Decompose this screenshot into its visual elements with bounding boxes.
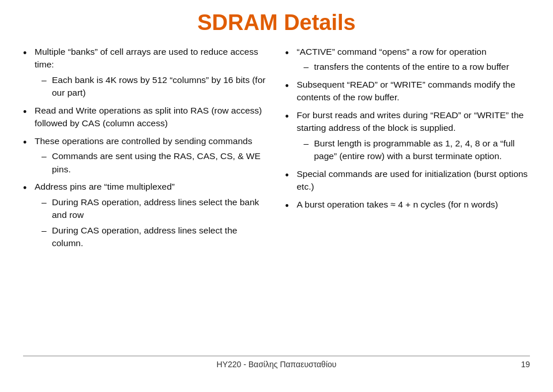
list-item: Special commands are used for initializa… — [285, 168, 531, 194]
sub-list: During RAS operation, address lines sele… — [42, 196, 268, 250]
list-item: These operations are controlled by sendi… — [23, 135, 268, 176]
right-column: “ACTIVE” command “opens” a row for opera… — [285, 46, 531, 351]
list-item: “ACTIVE” command “opens” a row for opera… — [285, 46, 531, 74]
list-item: For burst reads and writes during “READ”… — [285, 109, 531, 163]
slide: SDRAM Details Multiple “banks” of cell a… — [0, 0, 553, 392]
content-area: Multiple “banks” of cell arrays are used… — [23, 46, 530, 351]
list-item: Read and Write operations as split into … — [23, 104, 268, 130]
list-item: Subsequent “READ” or “WRITE” commands mo… — [285, 78, 531, 104]
sub-list-item: Each bank is 4K rows by 512 “columns” by… — [42, 74, 268, 100]
footer-page: 19 — [521, 360, 530, 369]
sub-list-item: During RAS operation, address lines sele… — [42, 196, 268, 222]
list-item: A burst operation takes ≈ 4 + n cycles (… — [285, 198, 531, 211]
right-list: “ACTIVE” command “opens” a row for opera… — [285, 46, 531, 211]
sub-list-item: transfers the contents of the entire to … — [304, 61, 531, 73]
left-column: Multiple “banks” of cell arrays are used… — [23, 46, 268, 351]
sub-list: Commands are sent using the RAS, CAS, CS… — [42, 150, 268, 176]
slide-title: SDRAM Details — [23, 10, 530, 35]
left-list: Multiple “banks” of cell arrays are used… — [23, 46, 268, 250]
sub-list: Each bank is 4K rows by 512 “columns” by… — [42, 74, 268, 100]
sub-list-item: Commands are sent using the RAS, CAS, CS… — [42, 150, 268, 176]
footer-label: HY220 - Βασίλης Παπαευσταθίου — [217, 360, 337, 369]
sub-list-item: During CAS operation, address lines sele… — [42, 224, 268, 250]
sub-list: transfers the contents of the entire to … — [304, 61, 531, 73]
sub-list-item: Burst length is programmable as 1, 2, 4,… — [304, 137, 531, 163]
footer: HY220 - Βασίλης Παπαευσταθίου 19 — [23, 356, 530, 369]
list-item: Multiple “banks” of cell arrays are used… — [23, 46, 268, 100]
sub-list: Burst length is programmable as 1, 2, 4,… — [304, 137, 531, 163]
list-item: Address pins are “time multiplexed” Duri… — [23, 180, 268, 250]
